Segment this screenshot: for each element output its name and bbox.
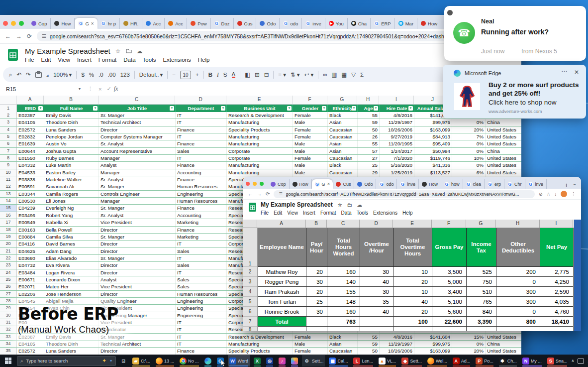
cell[interactable]: 26	[358, 133, 380, 140]
cell[interactable]: Theodore Dinh	[44, 119, 99, 125]
row-header[interactable]: 5	[243, 297, 258, 307]
more-formats-button[interactable]: 123	[120, 72, 130, 78]
column-header-F[interactable]: F	[293, 96, 327, 104]
horizontal-align-icon[interactable]: ≡ ▾	[278, 71, 286, 78]
cell[interactable]: $99,975	[414, 119, 452, 125]
insert-comment-icon[interactable]: ▥	[331, 71, 337, 78]
row-header[interactable]: 28	[0, 298, 17, 304]
site-settings-icon[interactable]: ☰	[279, 192, 282, 196]
cell[interactable]: 22,600	[432, 317, 467, 327]
menu-item-format[interactable]: Format	[98, 57, 116, 63]
cell[interactable]: Corporate	[227, 148, 293, 154]
cell[interactable]: Finance	[176, 162, 227, 168]
row-header[interactable]: 12	[0, 183, 17, 190]
cell[interactable]: Director	[99, 262, 176, 268]
cell[interactable]: Director	[99, 248, 176, 254]
cell[interactable]	[327, 327, 360, 331]
taskbar-item-file-explorer[interactable]: ▰C:\...	[131, 355, 152, 367]
cell[interactable]: Male	[293, 148, 328, 154]
cell[interactable]: 0	[496, 307, 540, 317]
cell[interactable]: 763	[327, 317, 360, 327]
column-header-A[interactable]: A	[16, 96, 44, 104]
cell[interactable]: 800	[496, 317, 540, 327]
cell[interactable]: China	[486, 341, 521, 347]
row-header[interactable]: 30	[0, 312, 17, 319]
cell[interactable]: 30	[306, 277, 327, 287]
cell[interactable]: 11/29/1997	[380, 341, 414, 347]
cell[interactable]: $95,409	[414, 140, 452, 147]
column-header-G[interactable]: G	[466, 220, 496, 228]
browser-tab[interactable]: Ghow	[441, 179, 463, 189]
cell[interactable]: Everleigh Ng	[44, 205, 99, 211]
browser-tab[interactable]: Odo	[354, 179, 376, 189]
filter-dropdown-icon[interactable]: ▼	[322, 106, 326, 111]
taskbar-item-word[interactable]: WWord	[228, 355, 250, 367]
menu-dots-icon[interactable]: ⋮	[571, 191, 576, 197]
tab-search-icon[interactable]: ⌄	[572, 180, 581, 189]
star-icon[interactable]: ☆	[115, 48, 121, 55]
taskbar-item-security-shield[interactable]: ◆Sett...	[400, 355, 423, 367]
start-button[interactable]	[5, 358, 11, 364]
cell[interactable]: Sr. Manger	[99, 255, 176, 261]
row-header[interactable]: 10	[0, 169, 17, 176]
cell[interactable]: Technical Architect	[99, 341, 176, 347]
column-header-F[interactable]: F	[432, 220, 466, 228]
cell[interactable]: E02832	[17, 133, 44, 140]
cell[interactable]: Speciality Products	[227, 126, 293, 133]
taskbar-item-copilot[interactable]	[290, 355, 299, 367]
cell[interactable]: Luna Sanders	[44, 126, 99, 133]
font-size-input[interactable]: 10	[180, 71, 191, 79]
cell[interactable]	[432, 327, 467, 331]
decrease-font-button[interactable]: −	[172, 72, 176, 78]
minimize-window-icon[interactable]	[11, 21, 16, 26]
cell[interactable]: Sales	[176, 276, 227, 283]
cell[interactable]: Ram Prakash	[258, 287, 306, 297]
cell[interactable]: 57	[358, 148, 380, 154]
cell[interactable]: Logan Rivera	[44, 269, 99, 276]
cell[interactable]: 7%	[452, 133, 486, 140]
cell[interactable]: Manufacturing	[227, 119, 293, 125]
fill-color-icon[interactable]: ◧	[245, 71, 250, 78]
browser-tab[interactable]: Godo	[280, 18, 302, 29]
browser-tab[interactable]: Gerp	[485, 179, 504, 189]
cell[interactable]: 1/25/2019	[380, 169, 414, 176]
browser-tab[interactable]: GChr	[504, 179, 525, 189]
cell[interactable]: Sr. Manger	[99, 112, 176, 119]
tab-close-icon[interactable]: ×	[91, 21, 94, 26]
menu-item-view[interactable]: View	[287, 210, 298, 216]
table-header-cell[interactable]: Job Title▼	[99, 105, 176, 112]
cell[interactable]: David Barnes	[44, 241, 99, 247]
cell[interactable]: Male	[293, 140, 328, 147]
menu-item-help[interactable]: Help	[402, 210, 413, 216]
notification-options-icon[interactable]	[447, 10, 453, 15]
browser-tab[interactable]: Odo	[256, 18, 280, 29]
cell[interactable]: 35	[360, 297, 393, 307]
cell[interactable]: E04545	[17, 298, 44, 304]
cancel-icon[interactable]: ×	[96, 86, 104, 92]
row-header[interactable]: 24	[0, 269, 17, 276]
column-header-I[interactable]: I	[540, 220, 573, 228]
cell[interactable]: 3,400	[432, 287, 467, 297]
italic-button[interactable]: I	[217, 72, 219, 78]
cell[interactable]: 5,600	[432, 307, 467, 317]
cell[interactable]: 2,775	[540, 267, 574, 277]
move-folder-icon[interactable]: 🗀	[347, 202, 352, 208]
cell[interactable]: E04732	[17, 262, 44, 268]
browser-tab[interactable]: HR.	[120, 18, 142, 29]
row-header[interactable]: 27	[0, 291, 17, 297]
cell[interactable]: 5/16/2020	[380, 162, 414, 168]
cell[interactable]: 2,590	[540, 287, 574, 297]
text-color-button[interactable]: A	[232, 72, 236, 78]
menu-item-format[interactable]: Format	[320, 210, 336, 216]
move-folder-icon[interactable]	[126, 48, 132, 55]
cell[interactable]: Director	[99, 269, 176, 276]
cloud-status-icon[interactable]: ☁	[357, 202, 362, 208]
cell[interactable]: 59	[358, 119, 380, 125]
cell[interactable]: $50,994	[414, 148, 452, 154]
tab-close-icon[interactable]: ×	[327, 181, 330, 187]
cell[interactable]: 50	[358, 126, 380, 133]
network-icon[interactable]	[578, 359, 584, 364]
taskbar-item-music[interactable]: ♪	[277, 355, 287, 367]
new-tab-icon[interactable]: +	[561, 182, 572, 189]
menu-item-tools[interactable]: Tools	[357, 210, 368, 216]
